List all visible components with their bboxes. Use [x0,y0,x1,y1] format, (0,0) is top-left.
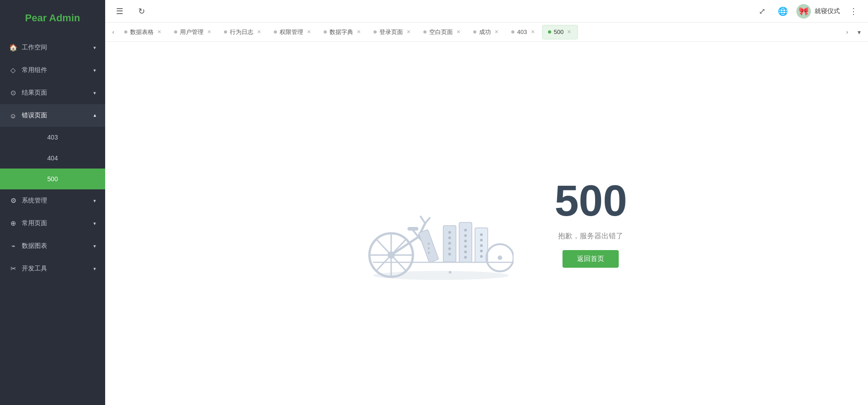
svg-point-15 [428,243,430,245]
avatar: 🎀 [796,4,811,19]
sidebar-item-data-charts[interactable]: ⌁ 数据图表 ▾ [0,235,105,257]
tab-item[interactable]: 用户管理 ✕ [169,25,218,39]
sidebar-item-common-components[interactable]: ◇ 常用组件 ▾ [0,59,105,82]
chevron-dev-tools: ▾ [93,266,96,272]
sidebar-logo: Pear Admin [0,0,105,36]
tab-close-button[interactable]: ✕ [356,28,362,36]
tab-dot [274,30,277,34]
svg-point-17 [428,252,430,254]
more-icon: ⋮ [849,6,858,16]
tab-item[interactable]: 500 ✕ [542,25,578,39]
sidebar-label-data-charts: 数据图表 [22,242,47,250]
error-info: 500 抱歉，服务器出错了 返回首页 [554,179,627,268]
sidebar-label-common-pages: 常用页面 [22,219,47,227]
error-message: 抱歉，服务器出错了 [558,231,623,241]
error-code: 500 [554,179,627,222]
sidebar: Pear Admin 🏠 工作空间 ▾ ◇ 常用组件 ▾ ⊙ 结果页面 ▾ ☺ … [0,0,105,405]
main-content: ☰ ↻ ⤢ 🌐 🎀 就寝仪式 ⋮ ‹ [105,0,868,405]
tab-item[interactable]: 空白页面 ✕ [418,25,467,39]
refresh-button[interactable]: ↻ [134,4,149,19]
tab-label: 数据字典 [330,28,353,36]
svg-point-23 [448,253,451,256]
tab-close-button[interactable]: ✕ [530,28,536,36]
more-button[interactable]: ⋮ [846,4,861,19]
tab-close-button[interactable]: ✕ [156,28,162,36]
sidebar-item-common-pages[interactable]: ⊕ 常用页面 ▾ [0,212,105,235]
sidebar-label-common-components: 常用组件 [22,66,47,74]
svg-point-29 [464,251,467,253]
globe-button[interactable]: 🌐 [776,4,790,19]
menu-toggle-button[interactable]: ☰ [112,4,127,19]
tab-close-button[interactable]: ✕ [456,28,461,36]
sidebar-item-result-pages[interactable]: ⊙ 结果页面 ▾ [0,82,105,104]
svg-point-40 [449,271,451,274]
tab-item[interactable]: 数据表格 ✕ [119,25,168,39]
tab-bar: ‹ 数据表格 ✕ 用户管理 ✕ 行为日志 ✕ 权限管理 ✕ 数据字典 ✕ 登录页… [105,23,868,42]
tab-item[interactable]: 行为日志 ✕ [218,25,267,39]
system-manage-icon: ⚙ [9,197,17,205]
svg-rect-13 [407,227,418,231]
header-right: ⤢ 🌐 🎀 就寝仪式 ⋮ [755,4,861,19]
sidebar-sub-500[interactable]: 500 [0,169,105,189]
header: ☰ ↻ ⤢ 🌐 🎀 就寝仪式 ⋮ [105,0,868,23]
tab-dot [174,30,177,34]
sidebar-sub-403[interactable]: 403 [0,127,105,148]
sidebar-sub-404[interactable]: 404 [0,148,105,169]
tab-item[interactable]: 数据字典 ✕ [318,25,367,39]
chevron-result-pages: ▾ [93,90,96,96]
svg-point-32 [480,233,483,236]
dev-tools-icon: ✂ [9,265,17,273]
chevron-common-pages: ▾ [93,221,96,227]
svg-line-10 [421,217,425,223]
tab-close-button[interactable]: ✕ [566,28,572,36]
tab-close-button[interactable]: ✕ [206,28,212,36]
app-title: Pear Admin [25,12,80,24]
sidebar-item-error-pages[interactable]: ☺ 错误页面 ▾ [0,104,105,127]
tab-dot [224,30,227,34]
common-pages-icon: ⊕ [9,219,17,227]
tab-item[interactable]: 403 ✕ [506,25,541,39]
back-home-button[interactable]: 返回首页 [563,250,619,268]
header-left: ☰ ↻ [112,4,149,19]
tab-item[interactable]: 登录页面 ✕ [368,25,417,39]
tab-close-button[interactable]: ✕ [306,28,312,36]
sidebar-item-system-manage[interactable]: ⚙ 系统管理 ▾ [0,189,105,212]
user-avatar-wrap[interactable]: 🎀 就寝仪式 [796,4,840,19]
svg-line-12 [413,230,418,237]
svg-point-27 [464,240,467,242]
common-components-icon: ◇ [9,66,17,74]
tab-dot [423,30,427,34]
tab-dot [124,30,127,34]
chevron-workspace: ▾ [93,45,96,51]
tab-label: 行为日志 [230,28,253,36]
tab-close-button[interactable]: ✕ [494,28,499,36]
fullscreen-icon: ⤢ [759,6,766,16]
tab-label: 空白页面 [429,28,453,36]
tab-close-button[interactable]: ✕ [406,28,412,36]
svg-point-25 [464,229,467,231]
tab-label: 成功 [479,28,491,36]
tab-close-button[interactable]: ✕ [256,28,262,36]
workspace-icon: 🏠 [9,43,17,52]
data-charts-icon: ⌁ [9,242,17,250]
sidebar-sub-label-500: 500 [47,175,58,183]
svg-point-33 [480,239,483,241]
fullscreen-button[interactable]: ⤢ [755,4,769,19]
sidebar-label-workspace: 工作空间 [22,43,47,52]
tab-scroll-left-button[interactable]: ‹ [108,25,119,39]
tab-scroll-right-button[interactable]: › [842,25,853,39]
sidebar-item-dev-tools[interactable]: ✂ 开发工具 ▾ [0,257,105,280]
tab-dot [548,30,551,34]
sidebar-label-dev-tools: 开发工具 [22,265,47,273]
error-pages-icon: ☺ [9,111,17,120]
svg-point-0 [373,271,509,280]
svg-point-28 [464,245,467,248]
menu-icon: ☰ [116,6,123,16]
tab-more-button[interactable]: ▾ [853,25,865,39]
svg-line-11 [425,218,430,223]
tab-item[interactable]: 权限管理 ✕ [268,25,317,39]
svg-point-19 [448,231,451,234]
sidebar-item-workspace[interactable]: 🏠 工作空间 ▾ [0,36,105,59]
tab-item[interactable]: 成功 ✕ [468,25,505,39]
tab-label: 权限管理 [280,28,303,36]
